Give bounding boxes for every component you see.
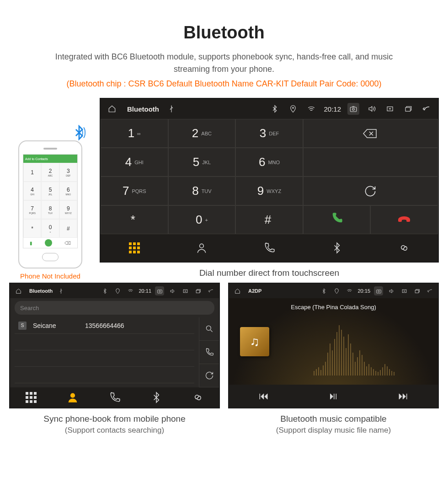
dialer-panel: Bluetooth 20:12 1∞2ABC3DEF4GHI5JKL6MNO7P…: [100, 98, 439, 263]
svg-rect-6: [157, 290, 162, 293]
bottom-nav: [10, 387, 219, 408]
camera-icon[interactable]: [374, 286, 383, 295]
back-icon[interactable]: [425, 286, 434, 295]
visualizer: [279, 317, 429, 376]
dialkey-7[interactable]: 7PQRS: [101, 177, 168, 205]
svg-rect-12: [376, 290, 381, 293]
status-title: Bluetooth: [29, 288, 53, 294]
home-icon[interactable]: [14, 286, 23, 295]
recent-apps-icon[interactable]: [193, 286, 203, 295]
phonebook-panel: Bluetooth 20:11 Search SSeicane135666644…: [9, 283, 220, 408]
svg-rect-1: [350, 107, 357, 112]
svg-point-11: [71, 393, 75, 397]
hangup-button[interactable]: [370, 205, 438, 234]
location-icon: [113, 286, 122, 295]
status-bar-music: A2DP 20:15: [229, 284, 438, 298]
refresh-icon[interactable]: [199, 364, 219, 387]
nav-calllog[interactable]: [94, 387, 135, 408]
nav-bluetooth[interactable]: [303, 234, 371, 262]
search-icon[interactable]: [199, 317, 219, 341]
volume-icon[interactable]: [168, 286, 177, 295]
spec-line: (Bluetooth chip : CSR BC6 Default Blueto…: [9, 79, 439, 89]
page-subtitle: Integrated with BC6 Bluetooth module, su…: [9, 51, 439, 75]
close-window-icon[interactable]: [400, 286, 409, 295]
wifi-icon: [305, 103, 317, 115]
svg-rect-4: [405, 107, 411, 111]
wifi-icon: [126, 286, 135, 295]
location-icon: [332, 286, 341, 295]
back-icon[interactable]: [421, 103, 432, 115]
dialkey-3[interactable]: 3DEF: [235, 119, 303, 148]
nav-contacts[interactable]: [52, 387, 93, 408]
contact-list: SSeicane13566664466: [10, 317, 199, 387]
status-bar: Bluetooth 20:12: [101, 99, 438, 119]
status-time: 20:15: [357, 288, 370, 294]
dialkey-5[interactable]: 5JKL: [168, 148, 236, 177]
music-caption-2: (Support display music file name): [228, 426, 439, 435]
nav-bluetooth[interactable]: [135, 387, 177, 408]
close-window-icon[interactable]: [181, 286, 190, 295]
nav-dialpad[interactable]: [10, 387, 52, 408]
search-input[interactable]: Search: [15, 301, 214, 315]
play-pause-button[interactable]: ⏯: [299, 385, 368, 408]
music-panel: A2DP 20:15 Escape (The Pina Colada Song)…: [228, 283, 439, 408]
close-window-icon[interactable]: [384, 103, 396, 115]
nav-pair[interactable]: [370, 234, 438, 262]
music-caption-1: Bluetooth music compatible: [228, 414, 439, 424]
dialkey-8[interactable]: 8TUV: [168, 177, 236, 205]
svg-point-7: [159, 290, 160, 292]
redial-button[interactable]: [303, 177, 438, 205]
music-note-icon: ♫: [250, 334, 260, 349]
dialkey-0[interactable]: 0+: [168, 205, 236, 234]
prev-track-button[interactable]: ⏮: [229, 385, 299, 408]
camera-icon[interactable]: [347, 103, 359, 115]
dialkey-4[interactable]: 4GHI: [101, 148, 168, 177]
nav-contacts[interactable]: [168, 234, 236, 262]
mock-call-button: [45, 239, 52, 247]
usb-icon: [56, 286, 65, 295]
phonebook-caption-2: (Support contacts searching): [9, 426, 220, 435]
status-time: 20:11: [139, 288, 151, 294]
recent-apps-icon[interactable]: [402, 103, 414, 115]
call-icon[interactable]: [199, 341, 219, 364]
bluetooth-icon: [319, 286, 328, 295]
status-time: 20:12: [324, 105, 341, 113]
svg-point-13: [378, 290, 379, 292]
volume-icon[interactable]: [387, 286, 396, 295]
phone-caption: Phone Not Included: [9, 272, 91, 280]
nav-pair[interactable]: [177, 387, 219, 408]
next-track-button[interactable]: ⏭: [368, 385, 438, 408]
mock-topbar-label: Add to Contacts: [25, 157, 48, 161]
dialkey-#[interactable]: #: [235, 205, 303, 234]
dialkey-1[interactable]: 1∞: [101, 119, 168, 148]
volume-icon[interactable]: [366, 103, 378, 115]
home-icon[interactable]: [233, 286, 242, 295]
home-icon[interactable]: [106, 103, 118, 115]
dialkey-*[interactable]: *: [101, 205, 168, 234]
main-panel-caption: Dial number direct from touchscreen: [100, 268, 439, 278]
bottom-nav: [101, 234, 438, 262]
dialkey-9[interactable]: 9WXYZ: [235, 177, 303, 205]
search-placeholder: Search: [20, 305, 39, 311]
backspace-button[interactable]: [303, 119, 438, 148]
bluetooth-signal-icon: [71, 125, 87, 144]
bluetooth-icon: [269, 103, 281, 115]
bluetooth-icon: [100, 286, 109, 295]
call-button[interactable]: [303, 205, 371, 234]
dialkey-6[interactable]: 6MNO: [235, 148, 303, 177]
nav-dialpad[interactable]: [101, 234, 168, 262]
status-bar-phonebook: Bluetooth 20:11: [10, 284, 219, 298]
phonebook-caption-1: Sync phone-book from mobile phone: [9, 414, 220, 424]
svg-rect-15: [415, 290, 419, 293]
recent-apps-icon[interactable]: [412, 286, 421, 295]
location-icon: [287, 103, 299, 115]
dialkey-2[interactable]: 2ABC: [168, 119, 236, 148]
music-controls: ⏮ ⏯ ⏭: [229, 385, 438, 408]
nav-calllog[interactable]: [235, 234, 303, 262]
album-art: ♫: [240, 327, 269, 356]
camera-icon[interactable]: [155, 286, 164, 295]
contact-row[interactable]: SSeicane13566664466: [15, 317, 194, 334]
svg-rect-9: [196, 290, 200, 293]
back-icon[interactable]: [206, 286, 215, 295]
usb-icon: [165, 103, 177, 115]
